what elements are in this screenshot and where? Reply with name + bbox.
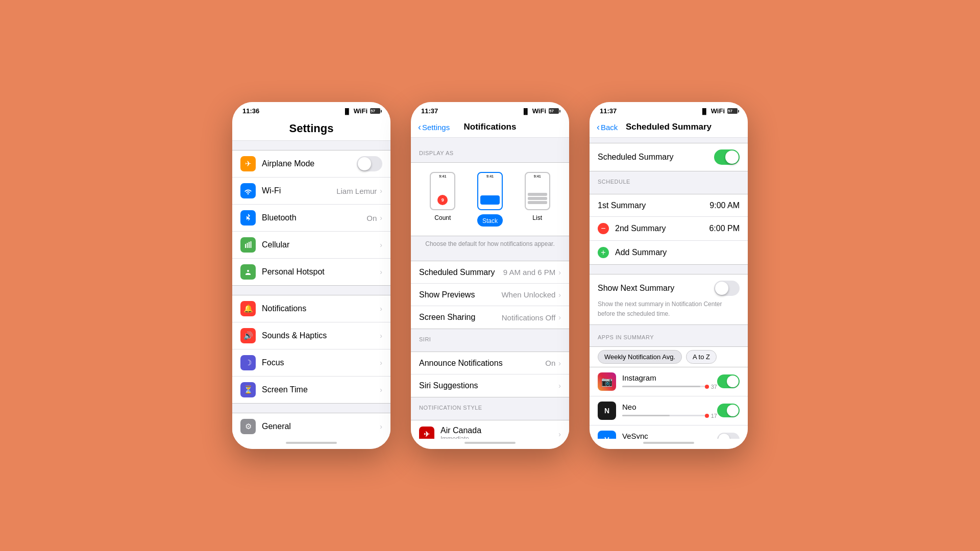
neo-count: 17 [711,413,717,419]
airplane-mode-label: Airplane Mode [262,159,357,168]
instagram-name: Instagram [622,373,717,382]
announce-notif-value: On [545,359,555,367]
wifi-item[interactable]: Wi-Fi Liam Lemur › [232,178,390,205]
schedule-label: SCHEDULE [590,179,748,185]
display-option-stack[interactable]: 9:41 Stack [477,172,503,227]
filter-weekly[interactable]: Weekly Notification Avg. [598,350,682,364]
battery-icon-1: 57 [370,108,380,114]
hotspot-icon [240,264,256,280]
aircanada-chevron: › [558,430,561,438]
time-2: 11:37 [421,107,438,115]
notifications-item[interactable]: 🔔 Notifications › [232,295,390,322]
announce-notif-chevron: › [558,359,561,367]
bluetooth-chevron: › [380,214,382,222]
neo-bar-dot [705,414,709,418]
instagram-bar-fill [622,386,700,387]
home-bar-3 [643,442,694,444]
neo-icon: N [598,402,616,420]
stack-label-container: Stack [477,214,503,227]
cellular-chevron: › [380,241,382,249]
siri-group: Announce Notifications On › Siri Suggest… [411,352,569,397]
second-summary-item[interactable]: − 2nd Summary 6:00 PM [590,217,748,241]
second-summary-name: 2nd Summary [615,224,709,233]
vesync-item[interactable]: V VeSync 10 [590,425,748,439]
vesync-toggle[interactable] [717,433,740,439]
first-summary-item[interactable]: 1st Summary 9:00 AM [590,194,748,217]
instagram-info: Instagram 37 [622,373,717,390]
instagram-bar-dot [705,385,709,389]
display-option-count[interactable]: 9:41 9 Count [430,172,455,221]
general-label: General [262,422,380,431]
list-time: 9:41 [526,174,549,178]
airplane-mode-icon: ✈ [240,156,256,171]
instagram-toggle[interactable] [717,374,740,388]
focus-item[interactable]: ☽ Focus › [232,349,390,377]
svg-rect-3 [251,241,252,248]
display-option-list[interactable]: 9:41 List [525,172,550,221]
stack-notif [480,195,500,205]
aircanada-item[interactable]: ✈ Air Canada Immediate › [411,420,569,439]
status-bar-3: 11:37 ▐▌ WiFi 57 [590,102,748,118]
list-mockup: 9:41 [525,172,550,210]
instagram-item[interactable]: 📷 Instagram 37 [590,367,748,396]
general-icon: ⚙ [240,419,256,434]
notifications-label: Notifications [262,304,380,313]
display-as-label: DISPLAY AS [411,150,569,156]
add-icon: + [598,247,609,258]
battery-icon-2: 57 [549,108,559,114]
general-item[interactable]: ⚙ General › [232,413,390,439]
settings-content[interactable]: ✈ Airplane Mode Wi-Fi Liam Lemur › Bluet… [232,141,390,439]
stack-mockup: 9:41 [477,172,503,210]
summary-main-toggle[interactable] [714,149,740,165]
screentime-chevron: › [380,386,382,394]
neo-info: Neo 17 [622,403,717,419]
screentime-item[interactable]: ⏳ Screen Time › [232,377,390,403]
settings-title-bar: Settings [232,118,390,141]
show-next-row: Show Next Summary [598,281,740,296]
svg-rect-0 [245,244,246,248]
vesync-info: VeSync 10 [622,432,717,439]
filter-atoz[interactable]: A to Z [686,350,717,364]
announce-notif-item[interactable]: Announce Notifications On › [411,352,569,374]
summary-content[interactable]: Scheduled Summary SCHEDULE 1st Summary 9… [590,138,748,439]
wifi-value: Liam Lemur [336,187,377,195]
svg-rect-2 [249,242,250,248]
scheduled-summary-item[interactable]: Scheduled Summary 9 AM and 6 PM › [411,261,569,284]
home-bar-2 [464,442,516,444]
sounds-chevron: › [380,332,382,340]
hotspot-item[interactable]: Personal Hotspot › [232,259,390,285]
neo-item[interactable]: N Neo 17 [590,396,748,425]
neo-toggle[interactable] [717,404,740,417]
screen-sharing-item[interactable]: Screen Sharing Notifications Off › [411,306,569,329]
show-previews-item[interactable]: Show Previews When Unlocked › [411,284,569,306]
list-bar-2 [528,197,547,200]
back-arrow-2: ‹ [418,122,421,132]
signal-icon-1: ▐▌ [343,108,351,114]
first-summary-time: 9:00 AM [709,201,740,210]
count-mockup: 9:41 9 [430,172,455,210]
settings-group-1: ✈ Airplane Mode Wi-Fi Liam Lemur › Bluet… [232,150,390,286]
cellular-item[interactable]: Cellular › [232,232,390,259]
aircanada-name: Air Canada [440,426,558,435]
siri-suggestions-item[interactable]: Siri Suggestions › [411,374,569,397]
airplane-mode-item[interactable]: ✈ Airplane Mode [232,151,390,178]
notifications-content[interactable]: DISPLAY AS 9:41 9 Count 9:41 [411,138,569,439]
first-summary-name: 1st Summary [598,201,709,210]
display-as-section: 9:41 9 Count 9:41 [411,162,569,236]
aircanada-icon: ✈ [419,427,434,439]
neo-bar-fill [622,415,670,416]
time-3: 11:37 [600,107,617,115]
signal-icon-2: ▐▌ [522,108,530,114]
status-icons-3: ▐▌ WiFi 57 [700,107,738,115]
wifi-label: Wi-Fi [262,186,336,195]
add-summary-item[interactable]: + Add Summary [590,241,748,264]
sounds-item[interactable]: 🔊 Sounds & Haptics › [232,322,390,349]
airplane-mode-toggle[interactable] [357,156,382,171]
back-label-3: Back [601,123,618,132]
nav-back-2[interactable]: ‹ Settings [418,122,450,132]
schedule-group: 1st Summary 9:00 AM − 2nd Summary 6:00 P… [590,194,748,265]
bluetooth-item[interactable]: Bluetooth On › [232,205,390,232]
show-next-toggle[interactable] [714,281,740,296]
battery-icon-3: 57 [727,108,738,114]
nav-back-3[interactable]: ‹ Back [597,122,618,132]
